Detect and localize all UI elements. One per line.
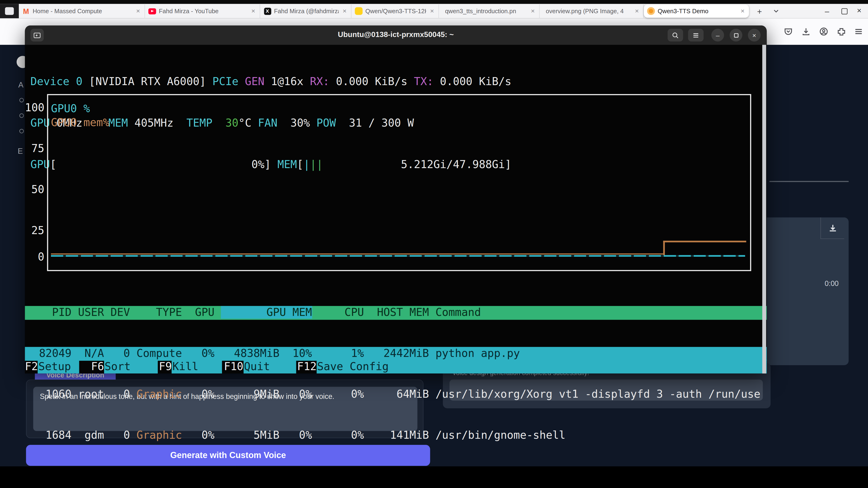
process-row: 1684 gdm 0 Graphic 0% 5MiB 0% 0% 141MiB … [25,429,767,442]
account-icon[interactable] [819,27,829,36]
gpu-utilization-graph: GPU0 % GPU0 mem% [47,94,751,271]
fkey-save-config[interactable]: Save Config [316,360,767,374]
radio-dot-icon [19,113,24,118]
tab-qwen3-intro-png[interactable]: qwen3_tts_introduction.pn × [439,4,540,18]
top-letterbox [0,0,868,4]
terminal-search-icon[interactable] [668,29,683,41]
youtube-favicon [148,7,156,15]
extensions-icon[interactable] [836,27,846,36]
terminal-menu-icon[interactable] [688,29,704,41]
app-icon [5,7,14,15]
fkey-f2[interactable]: F2 [25,360,38,374]
tab-overview-png[interactable]: overview.png (PNG Image, 4 × [540,4,644,18]
pocket-icon[interactable] [783,27,793,36]
process-table-header: PID USER DEV TYPE GPU GPU MEM CPU HOST M… [25,306,767,320]
huggingface-favicon [355,7,363,15]
tab-close-icon[interactable]: × [342,7,348,15]
terminal-title: Ubuntu@0138-ict-prxmx50045: ~ [25,30,767,39]
fkey-sort[interactable]: Sort [104,360,158,374]
tab-label: Fahd Mirza - YouTube [159,8,247,14]
nvtop-fkey-bar: F2 Setup F6 Sort F9 Kill F10 Quit F12 Sa… [25,360,767,374]
tab-x-profile[interactable]: X Fahd Mirza (@fahdmirza × [260,4,351,18]
tab-label: Qwen3-TTS Demo [658,8,737,14]
fkey-setup[interactable]: Setup [38,360,80,374]
tab-qwen3-tts-demo[interactable]: Qwen3-TTS Demo × [644,4,749,18]
menu-icon[interactable] [854,27,864,36]
browser-tab-bar: M Home - Massed Compute × Fahd Mirza - Y… [0,4,868,18]
section-divider [769,181,849,182]
fkey-quit[interactable]: Quit [243,360,296,374]
page-text-fragment: E [18,147,23,156]
y-axis-label-50: 50 [25,184,44,195]
mem-usage-line-top [663,241,746,242]
audio-download-icon[interactable] [820,217,844,239]
new-tab-button[interactable]: + [753,5,766,17]
tab-label: Qwen/Qwen3-TTS-12Hz [365,8,426,14]
fkey-f6[interactable]: F6 [91,360,104,374]
mem-usage-line-baseline [51,253,664,255]
process-row: 1060 root 0 Graphic 0% 9MiB 0% 0% 64MiB … [25,388,767,401]
fkey-kill[interactable]: Kill [172,360,222,374]
tab-label: Home - Massed Compute [33,8,132,14]
page-text-fragment: A [18,80,23,89]
screen: M Home - Massed Compute × Fahd Mirza - Y… [0,0,868,488]
tab-label: qwen3_tts_introduction.pn [445,8,527,14]
tab-close-icon[interactable]: × [530,7,536,15]
window-corner [0,4,19,18]
terminal-window[interactable]: Ubuntu@0138-ict-prxmx50045: ~ – × Device… [25,26,767,373]
y-axis-label-25: 25 [25,225,44,236]
gpu-usage-line [51,255,745,257]
tab-list-chevron-icon[interactable] [770,5,782,17]
download-icon[interactable] [801,27,811,36]
y-axis-label-100: 100 [25,102,44,113]
legend-gpu-util: GPU0 % [51,102,90,116]
x-favicon: X [264,7,271,15]
tab-label: Fahd Mirza (@fahdmirza [274,8,339,14]
fkey-f9[interactable]: F9 [159,360,172,374]
bottom-letterbox [0,466,868,488]
massed-compute-favicon: M [22,7,30,15]
audio-time: 0:00 [825,280,838,288]
radio-dot-icon [19,98,24,102]
terminal-titlebar[interactable]: Ubuntu@0138-ict-prxmx50045: ~ – × [25,26,767,45]
tab-close-icon[interactable]: × [135,7,141,15]
radio-dot-icon [19,129,24,133]
fkey-f12[interactable]: F12 [297,360,317,374]
tab-massed-compute[interactable]: M Home - Massed Compute × [19,4,145,18]
tab-close-icon[interactable]: × [429,7,435,15]
browser-close-button[interactable]: × [857,6,861,15]
terminal-close-button[interactable]: × [748,29,761,41]
browser-minimize-button[interactable]: – [825,7,829,15]
process-row-selected[interactable]: 82049 N/A 0 Compute 0% 4838MiB 10% 1% 24… [25,347,767,360]
tab-close-icon[interactable]: × [739,7,746,15]
terminal-minimize-button[interactable]: – [711,29,724,41]
mem-usage-line-step [663,241,665,255]
terminal-scrollbar[interactable] [762,45,766,373]
process-table: PID USER DEV TYPE GPU GPU MEM CPU HOST M… [25,279,767,469]
legend-gpu-mem: GPU0 mem% [51,116,110,130]
tab-label: overview.png (PNG Image, 4 [546,8,631,14]
tab-close-icon[interactable]: × [250,7,256,15]
tab-close-icon[interactable]: × [634,7,640,15]
tab-youtube[interactable]: Fahd Mirza - YouTube × [145,4,260,18]
terminal-maximize-button[interactable] [730,29,742,41]
fkey-f10[interactable]: F10 [224,360,243,374]
modelscope-favicon [647,7,655,15]
y-axis-label-0: 0 [25,252,44,263]
browser-maximize-button[interactable] [841,8,847,14]
nvtop-header-line1: Device 0 [NVIDIA RTX A6000] PCIe GEN 1@1… [30,75,512,89]
tab-huggingface[interactable]: Qwen/Qwen3-TTS-12Hz × [351,4,439,18]
y-axis-label-75: 75 [25,143,44,154]
